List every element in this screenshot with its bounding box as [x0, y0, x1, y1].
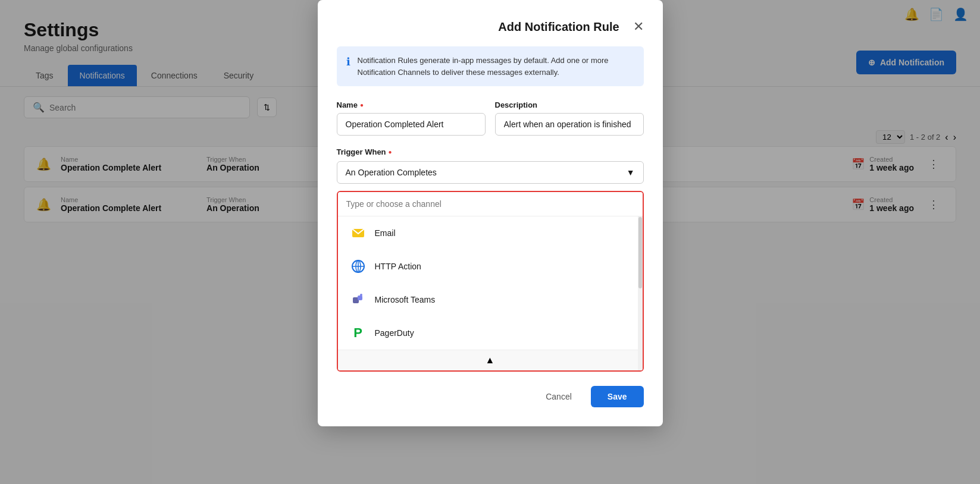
collapse-dropdown-button[interactable]: ▲	[338, 350, 643, 370]
required-indicator: ●	[389, 149, 392, 155]
modal-close-button[interactable]: ✕	[633, 19, 644, 34]
channel-list: Email HTTP Action	[338, 216, 643, 370]
chevron-up-icon: ▲	[486, 355, 495, 366]
channel-item-http[interactable]: HTTP Action	[338, 250, 643, 283]
name-description-row: Name ● Description	[337, 100, 644, 136]
description-form-group: Description	[495, 100, 644, 136]
modal-header: Add Notification Rule ✕	[337, 19, 644, 34]
svg-point-7	[360, 294, 362, 296]
required-indicator: ●	[360, 102, 364, 108]
add-notification-modal: Add Notification Rule ✕ ℹ Notification R…	[318, 0, 663, 426]
description-label: Description	[495, 100, 644, 109]
channel-search-input[interactable]	[338, 192, 643, 216]
trigger-when-group: Trigger When ● An Operation Completes ▼	[337, 147, 644, 184]
modal-title: Add Notification Rule	[485, 20, 633, 34]
cancel-button[interactable]: Cancel	[534, 386, 584, 407]
chevron-down-icon: ▼	[627, 168, 635, 177]
modal-footer: Cancel Save	[337, 386, 644, 407]
name-form-group: Name ●	[337, 100, 486, 136]
svg-rect-6	[358, 296, 362, 300]
email-icon	[350, 225, 367, 241]
info-icon: ℹ	[346, 55, 350, 68]
background-page: 🔔 📄 👤 Settings Manage global configurati…	[0, 0, 980, 484]
trigger-dropdown[interactable]: An Operation Completes ▼	[337, 161, 644, 184]
channel-dropdown-wrapper: Email HTTP Action	[337, 191, 644, 372]
channel-item-email[interactable]: Email	[338, 216, 643, 250]
channel-item-teams[interactable]: Microsoft Teams	[338, 283, 643, 316]
description-input[interactable]	[495, 113, 644, 136]
teams-icon	[350, 291, 367, 308]
trigger-label: Trigger When ●	[337, 147, 644, 156]
save-button[interactable]: Save	[591, 386, 644, 407]
info-banner: ℹ Notification Rules generate in-app mes…	[337, 46, 644, 86]
http-icon	[350, 258, 367, 275]
scrollbar-thumb[interactable]	[638, 217, 642, 288]
name-input[interactable]	[337, 113, 486, 136]
name-label: Name ●	[337, 100, 486, 109]
scrollbar-track	[638, 216, 643, 370]
channel-item-pagerduty[interactable]: P PagerDuty	[338, 316, 643, 350]
info-text: Notification Rules generate in-app messa…	[358, 55, 634, 78]
pagerduty-icon: P	[350, 325, 367, 341]
